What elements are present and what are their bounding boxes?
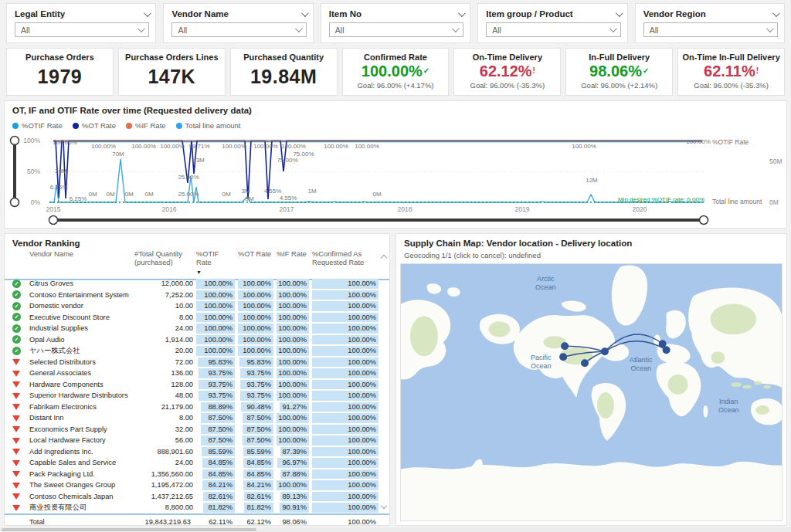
table-row[interactable]: ✓ Industrial Supplies 24.00100.00%100.00… bbox=[5, 323, 389, 334]
table-row[interactable]: ✓ Opal Audio 1,914.00100.00%100.00%100.0… bbox=[5, 334, 389, 346]
table-row[interactable]: ✓ Contoso Entertainment System 7,252.001… bbox=[5, 290, 389, 301]
svg-text:100.00%: 100.00% bbox=[53, 139, 77, 146]
slicer-dropdown[interactable]: All bbox=[486, 22, 620, 37]
table-row[interactable]: Pack Packaging Ltd. 1,356,560.0084.85%84… bbox=[5, 469, 389, 480]
table-row[interactable]: General Associates 136.0093.75%93.75%100… bbox=[5, 368, 389, 379]
table-row[interactable]: ✓ Citrus Groves 12,000.00100.00%100.00%1… bbox=[5, 278, 389, 290]
table-row[interactable]: Superior Hardware Distributors 48.0093.7… bbox=[5, 390, 389, 402]
kpi-label: Purchase Orders bbox=[7, 53, 113, 62]
table-row[interactable]: Distant Inn 8.0087.50%87.50%100.00%100.0… bbox=[5, 412, 389, 424]
vendor-name: The Sweet Oranges Group bbox=[29, 481, 131, 489]
total-quantity: 12,000.00 bbox=[134, 280, 193, 287]
slicer-dropdown[interactable]: All bbox=[329, 22, 463, 37]
world-map[interactable]: ArcticOceanPacificOceanAtlanticOceanIndi… bbox=[400, 263, 783, 521]
table-header[interactable]: Vendor Name #Total Quantity (purchased) … bbox=[5, 250, 389, 280]
total-quantity: 128.00 bbox=[134, 381, 193, 388]
col-confirmed-rate[interactable]: %Confirmed As Requested Rate bbox=[312, 250, 379, 276]
x-axis-zoom-slider[interactable] bbox=[49, 216, 708, 225]
location-dot[interactable] bbox=[559, 353, 567, 361]
scrollbar-thumb[interactable] bbox=[2, 528, 256, 531]
svg-text:6.25%: 6.25% bbox=[70, 195, 87, 202]
table-row[interactable]: 商业投资有限公司 8,800.0081.82%81.82%90.91%100.0… bbox=[5, 502, 389, 513]
legend-dot-icon bbox=[12, 123, 19, 129]
col-total-quantity[interactable]: #Total Quantity (purchased) bbox=[134, 250, 193, 276]
svg-text:0M: 0M bbox=[769, 198, 779, 206]
table-row[interactable]: The Sweet Oranges Group 1,195,472.0084.2… bbox=[5, 479, 389, 491]
col-vendor-name[interactable]: Vendor Name bbox=[29, 250, 131, 276]
svg-text:25.00%: 25.00% bbox=[178, 191, 199, 198]
location-dot[interactable] bbox=[581, 359, 589, 367]
chevron-down-icon[interactable] bbox=[772, 9, 780, 17]
legend-item[interactable]: %IF Rate bbox=[126, 121, 166, 130]
total-quantity: 21,179.00 bbox=[134, 403, 193, 411]
col-otif-rate[interactable]: %OTIF Rate▼ bbox=[196, 250, 235, 276]
table-row[interactable]: Fabrikam Electronics 21,179.0088.89%90.4… bbox=[5, 402, 389, 413]
rate-cell: 87.50% bbox=[196, 425, 235, 435]
svg-text:99.71%: 99.71% bbox=[188, 143, 209, 150]
location-dot[interactable] bbox=[663, 346, 670, 354]
slider-handle[interactable] bbox=[49, 216, 58, 225]
rate-cell: 84.85% bbox=[196, 458, 235, 468]
rate-cell: 100.00% bbox=[196, 346, 235, 356]
chevron-down-icon[interactable] bbox=[301, 9, 309, 17]
total-quantity: 8.00 bbox=[134, 313, 193, 321]
legend-item[interactable]: Total line amount bbox=[176, 121, 241, 130]
table-row[interactable]: ✓ ヤハー株式会社 20.00100.00%100.00%100.00%100.… bbox=[5, 345, 389, 357]
location-dot[interactable] bbox=[561, 342, 569, 350]
rate-cell: 100.00% bbox=[277, 301, 309, 311]
slicer-dropdown[interactable]: All bbox=[643, 22, 778, 37]
rate-cell: 95.83% bbox=[238, 357, 273, 368]
col-ot-rate[interactable]: %OT Rate bbox=[238, 250, 273, 276]
table-row[interactable]: ✓ Domestic vendor 10.00100.00%100.00%100… bbox=[5, 300, 389, 312]
kpi-label: On-Time In-Full Delivery bbox=[678, 53, 784, 62]
slider-handle[interactable] bbox=[11, 137, 19, 145]
rate-cell: 84.21% bbox=[238, 480, 273, 490]
line-chart[interactable]: 100%50%0%50M0M201520162017201820192020%O… bbox=[5, 135, 788, 229]
slicer-dropdown[interactable]: All bbox=[15, 22, 149, 37]
rate-cell: 87.88% bbox=[277, 469, 309, 479]
status-up-icon: ✓ bbox=[12, 280, 21, 288]
horizontal-scrollbar[interactable] bbox=[0, 527, 791, 532]
legend-label: %IF Rate bbox=[135, 121, 166, 130]
table-row[interactable]: Local Hardware Factory 56.0087.50%87.50%… bbox=[5, 435, 389, 446]
rate-cell: 100.00% bbox=[196, 324, 235, 334]
legend-item[interactable]: %OTIF Rate bbox=[12, 121, 63, 130]
vendor-name: Industrial Supplies bbox=[29, 324, 131, 332]
slicer-dropdown[interactable]: All bbox=[171, 22, 306, 37]
total-quantity: 8,800.00 bbox=[134, 503, 193, 511]
y-axis-zoom-slider[interactable] bbox=[11, 137, 19, 207]
svg-text:4.55%: 4.55% bbox=[280, 195, 297, 202]
legend-dot-icon bbox=[73, 123, 79, 129]
chevron-down-icon[interactable] bbox=[458, 9, 466, 17]
table-row[interactable]: Add Ingredients Inc. 888,901.6085.59%85.… bbox=[5, 446, 389, 458]
kpi-value: 100.00%✓ bbox=[343, 63, 449, 80]
ocean-label: ArcticOcean bbox=[535, 275, 555, 291]
vendor-name: Exconomics Part Supply bbox=[29, 425, 131, 433]
table-row[interactable]: Selected Distributors 72.0095.83%95.83%1… bbox=[5, 357, 389, 368]
col-if-rate[interactable]: %IF Rate bbox=[277, 250, 309, 276]
location-dot[interactable] bbox=[601, 347, 609, 355]
table-row[interactable]: Hardware Components 128.0093.75%93.75%10… bbox=[5, 379, 389, 391]
table-row[interactable]: Exconomics Part Supply 32.0087.50%87.50%… bbox=[5, 424, 389, 435]
table-row[interactable]: ✓ Executive Discount Store 8.00100.00%10… bbox=[5, 312, 389, 324]
slider-handle[interactable] bbox=[700, 216, 708, 225]
legend-item[interactable]: %OT Rate bbox=[73, 121, 116, 130]
table-row[interactable]: Capable Sales and Service 24.0084.85%84.… bbox=[5, 457, 389, 469]
chevron-down-icon bbox=[766, 25, 774, 32]
vendor-name: 商业投资有限公司 bbox=[29, 503, 131, 513]
rate-cell: 81.82% bbox=[238, 503, 273, 513]
total-ot: 62.12% bbox=[238, 518, 273, 526]
legend-label: %OT Rate bbox=[82, 121, 116, 130]
total-quantity: 24.00 bbox=[134, 324, 193, 332]
landmasses bbox=[401, 265, 783, 520]
kpi-goal: Goal: 96.00% (+2.14%) bbox=[566, 81, 672, 90]
chevron-down-icon[interactable] bbox=[144, 9, 151, 17]
geocoding-status[interactable]: Geocoding 1/1 (click to cancel): undefin… bbox=[396, 248, 786, 259]
chevron-down-icon[interactable] bbox=[616, 9, 623, 17]
kpi-row: Purchase Orders 1979 Purchase Orders Lin… bbox=[6, 48, 785, 96]
rate-cell: 100.00% bbox=[196, 301, 235, 311]
slider-handle[interactable] bbox=[11, 198, 19, 207]
vendor-name: Add Ingredients Inc. bbox=[29, 448, 131, 456]
table-row[interactable]: Contoso Chemicals Japan 1,437,212.6582.6… bbox=[5, 491, 389, 503]
rate-cell: 87.39% bbox=[277, 447, 309, 457]
